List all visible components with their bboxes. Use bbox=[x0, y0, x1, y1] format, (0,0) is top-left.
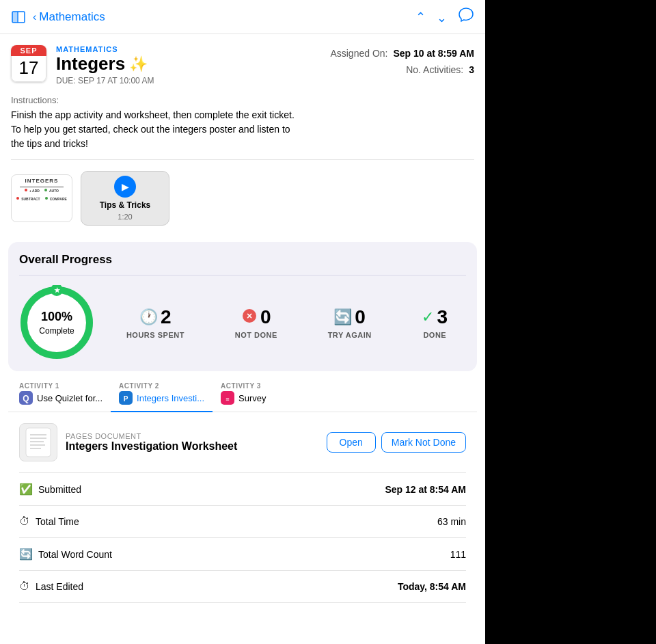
video-duration: 1:20 bbox=[118, 213, 132, 221]
not-done-icon: × bbox=[241, 308, 258, 327]
total-time-icon: ⏱ bbox=[19, 515, 30, 528]
back-label: Mathematics bbox=[39, 10, 105, 24]
sidebar-icon[interactable] bbox=[11, 10, 26, 25]
clock-stat-icon: 🕐 bbox=[139, 308, 158, 326]
last-edited-icon: ⏱ bbox=[19, 580, 30, 593]
no-activities-label: No. Activities: bbox=[406, 64, 463, 75]
not-done-label: NOT DONE bbox=[235, 331, 277, 339]
document-thumbnail bbox=[19, 423, 57, 461]
try-again-stat: 🔄 0 TRY AGAIN bbox=[328, 306, 372, 339]
subject-label: MATHEMATICS bbox=[56, 45, 320, 53]
assigned-on-row: Assigned On: Sep 10 at 8:59 AM bbox=[330, 48, 474, 59]
donut-label: Complete bbox=[39, 326, 74, 336]
progress-donut: ★ 100% Complete bbox=[19, 285, 94, 360]
activity-tab-1[interactable]: ACTIVITY 1 Q Use Quizlet for... bbox=[11, 377, 111, 412]
play-icon: ▶ bbox=[114, 176, 136, 198]
done-icon: ✓ bbox=[422, 308, 434, 326]
assigned-on-value: Sep 10 at 8:59 AM bbox=[393, 48, 474, 59]
title-text: Integers bbox=[56, 53, 125, 75]
tab3-app-icon: ≡ bbox=[221, 391, 234, 405]
assignment-meta: Assigned On: Sep 10 at 8:59 AM No. Activ… bbox=[330, 45, 474, 81]
done-label: DONE bbox=[423, 331, 446, 339]
submitted-check-icon: ✅ bbox=[19, 483, 33, 496]
document-actions: Open Mark Not Done bbox=[327, 432, 466, 453]
try-again-label: TRY AGAIN bbox=[328, 331, 372, 339]
chevron-up-button[interactable]: ⌃ bbox=[415, 10, 426, 25]
tab1-label: ACTIVITY 1 bbox=[19, 382, 59, 390]
done-value: 3 bbox=[437, 306, 448, 328]
video-attachment[interactable]: ▶ Tips & Tricks 1:20 bbox=[81, 171, 169, 226]
chat-button[interactable] bbox=[458, 7, 474, 27]
back-button[interactable]: ‹ Mathematics bbox=[33, 10, 105, 24]
tab1-title: Use Quizlet for... bbox=[37, 393, 102, 403]
hours-spent-value: 2 bbox=[161, 306, 172, 328]
mark-not-done-button[interactable]: Mark Not Done bbox=[381, 432, 466, 453]
top-bar-left: ‹ Mathematics bbox=[11, 10, 105, 25]
donut-percent: 100% bbox=[39, 310, 74, 324]
svg-text:P: P bbox=[124, 395, 128, 403]
word-count-left: 🔄 Total Word Count bbox=[19, 548, 112, 561]
status-rows: ✅ Submitted Sep 12 at 8:54 AM ⏱ Total Ti… bbox=[19, 472, 466, 603]
word-count-icon: 🔄 bbox=[19, 548, 33, 561]
tab3-label: ACTIVITY 3 bbox=[221, 382, 261, 390]
poster-content: + ADD AUTO SUBTRACT COMPARE bbox=[14, 189, 69, 201]
tab1-content: Q Use Quizlet for... bbox=[19, 391, 102, 405]
attachments-row: INTEGERS + ADD AUTO SUBTRACT COMPARE ▶ bbox=[0, 160, 485, 237]
last-edited-label: Last Edited bbox=[36, 581, 83, 592]
not-done-stat: × 0 NOT DONE bbox=[235, 306, 277, 339]
try-again-value: 0 bbox=[355, 306, 366, 328]
calendar-month: SEP bbox=[11, 45, 46, 56]
instructions-section: Instructions: Finish the app activity an… bbox=[0, 85, 485, 159]
svg-text:★: ★ bbox=[54, 286, 61, 294]
last-edited-left: ⏱ Last Edited bbox=[19, 580, 83, 593]
top-bar: ‹ Mathematics ⌃ ⌃ bbox=[0, 0, 485, 34]
instructions-text: Finish the app activity and worksheet, t… bbox=[11, 108, 474, 151]
stats-grid: 🕐 2 HOURS SPENT × 0 NOT DONE bbox=[108, 306, 466, 339]
progress-title: Overall Progress bbox=[19, 253, 466, 267]
main-panel: ‹ Mathematics ⌃ ⌃ SEP 17 bbox=[0, 0, 485, 644]
hours-spent-stat: 🕐 2 HOURS SPENT bbox=[126, 306, 184, 339]
poster-divider bbox=[20, 187, 64, 187]
sparkle-icon: ✨ bbox=[129, 55, 148, 73]
poster-title: INTEGERS bbox=[25, 178, 59, 184]
assigned-on-label: Assigned On: bbox=[330, 48, 387, 59]
total-time-value: 63 min bbox=[437, 516, 466, 527]
back-chevron-icon: ‹ bbox=[33, 11, 36, 23]
due-date: DUE: SEP 17 AT 10:00 AM bbox=[56, 76, 320, 85]
document-info: PAGES DOCUMENT Integers Investigation Wo… bbox=[66, 432, 318, 453]
word-count-label: Total Word Count bbox=[38, 549, 112, 560]
total-time-label: Total Time bbox=[36, 516, 79, 527]
try-again-icon: 🔄 bbox=[333, 308, 352, 326]
svg-rect-16 bbox=[26, 428, 51, 457]
progress-divider bbox=[19, 275, 466, 276]
no-activities-row: No. Activities: 3 bbox=[330, 64, 474, 75]
doc-icon bbox=[25, 427, 52, 458]
doc-title: Integers Investigation Worksheet bbox=[66, 440, 318, 453]
tab2-content: P Integers Investi... bbox=[119, 391, 204, 405]
activity-tab-3[interactable]: ACTIVITY 3 ≡ Survey bbox=[213, 377, 308, 412]
no-activities-value: 3 bbox=[469, 64, 474, 75]
assignment-info: MATHEMATICS Integers ✨ DUE: SEP 17 AT 10… bbox=[56, 45, 320, 85]
open-button[interactable]: Open bbox=[327, 432, 376, 453]
tab3-title: Survey bbox=[238, 393, 266, 403]
video-title: Tips & Tricks bbox=[100, 200, 150, 210]
svg-text:Q: Q bbox=[23, 394, 29, 403]
activity-tab-2[interactable]: ACTIVITY 2 P Integers Investi... bbox=[111, 377, 213, 412]
word-count-value: 111 bbox=[450, 549, 466, 560]
submitted-left: ✅ Submitted bbox=[19, 483, 81, 496]
done-stat: ✓ 3 DONE bbox=[422, 306, 448, 339]
document-row: PAGES DOCUMENT Integers Investigation Wo… bbox=[19, 423, 466, 461]
svg-rect-0 bbox=[12, 12, 17, 23]
chevron-down-button[interactable]: ⌃ bbox=[437, 10, 447, 25]
last-edited-row: ⏱ Last Edited Today, 8:54 AM bbox=[19, 571, 466, 603]
submitted-date: Sep 12 at 8:54 AM bbox=[385, 484, 466, 495]
instructions-label: Instructions: bbox=[11, 95, 474, 105]
progress-section: Overall Progress ★ 100% Complete bbox=[8, 242, 477, 371]
progress-content: ★ 100% Complete 🕐 2 HOURS SPENT bbox=[19, 285, 466, 360]
poster-attachment[interactable]: INTEGERS + ADD AUTO SUBTRACT COMPARE bbox=[11, 174, 72, 222]
submitted-row: ✅ Submitted Sep 12 at 8:54 AM bbox=[19, 473, 466, 506]
activity-content: PAGES DOCUMENT Integers Investigation Wo… bbox=[8, 412, 477, 614]
right-panel bbox=[485, 0, 656, 644]
submitted-label: Submitted bbox=[38, 484, 81, 495]
total-time-left: ⏱ Total Time bbox=[19, 515, 79, 528]
